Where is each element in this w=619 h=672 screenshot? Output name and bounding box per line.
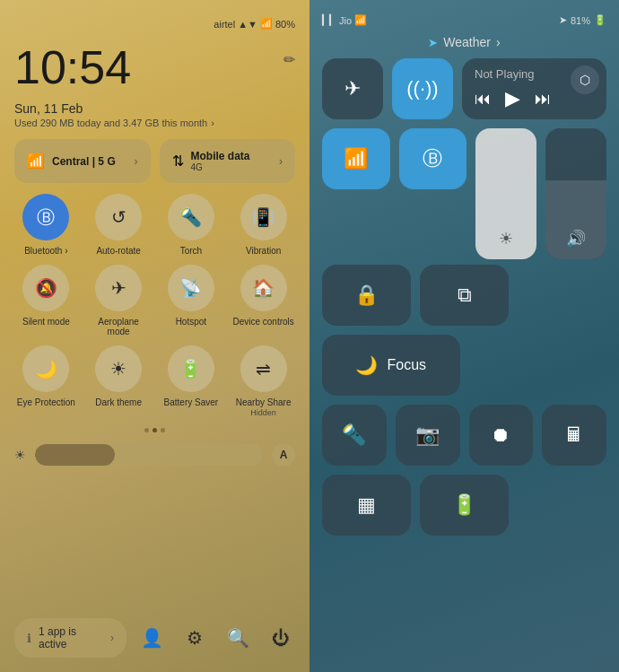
prev-btn[interactable]: ⏮ (475, 90, 491, 109)
bluetooth-toggle[interactable]: Ⓑ Bluetooth › (14, 194, 78, 256)
search-icon[interactable]: 🔍 (223, 624, 252, 652)
torch-label: Torch (180, 246, 202, 256)
account-icon[interactable]: 👤 (137, 624, 166, 652)
hotspot-toggle[interactable]: 📡 Hotspot (160, 265, 223, 336)
silent-icon: 🔕 (22, 265, 69, 311)
torch-toggle[interactable]: 🔦 Torch (160, 194, 223, 256)
weather-chevron: › (496, 35, 501, 49)
wifi-toggle[interactable]: 📶 Central | 5 G › (14, 139, 151, 183)
dark-theme-icon: ☀ (95, 345, 142, 392)
airplay-icon: ⬡ (580, 73, 590, 87)
dot-1 (144, 428, 149, 432)
record-icon: ⏺ (491, 423, 510, 447)
airplay-btn[interactable]: ⬡ (571, 65, 599, 94)
power-icon[interactable]: ⏻ (266, 624, 295, 652)
vibration-toggle[interactable]: 📳 Vibration (231, 194, 295, 256)
wifi-btn[interactable]: 📶 (322, 128, 390, 189)
battery-bar-icon: 🔋 (594, 14, 606, 26)
auto-rotate-icon: ↺ (95, 194, 142, 240)
left-panel: airtel ▲▼ 📶 80% 10:54 ✏ Sun, 11 Feb Used… (0, 0, 310, 672)
qr-row: ▦ 🔋 (322, 475, 606, 536)
volume-slider[interactable]: 🔊 (545, 128, 606, 259)
now-playing-card[interactable]: ⬡ Not Playing ⏮ ▶ ⏭ (462, 58, 606, 119)
status-bar-right: ▎▎ Jio 📶 ➤ 81% 🔋 (322, 14, 606, 26)
brightness-icon: ☀ (14, 448, 26, 462)
qr-scan-icon: ▦ (357, 493, 376, 517)
camera-btn[interactable]: 📷 (396, 405, 460, 466)
screen-mirror-icon: ⧉ (458, 284, 472, 307)
aeroplane-icon: ✈ (95, 265, 142, 311)
aeroplane-label: Aeroplane mode (87, 317, 151, 336)
info-icon: ℹ (27, 632, 31, 645)
airplane-mode-btn[interactable]: ✈ (322, 58, 383, 119)
record-btn[interactable]: ⏺ (469, 405, 534, 466)
mobile-chevron: › (279, 155, 283, 168)
aeroplane-toggle[interactable]: ✈ Aeroplane mode (87, 265, 151, 336)
active-apps-pill[interactable]: ℹ 1 app is active › (14, 618, 126, 658)
auto-brightness-badge[interactable]: A (272, 443, 295, 467)
settings-icon[interactable]: ⚙ (180, 624, 209, 652)
hotspot-label: Hotspot (176, 317, 206, 327)
cellular-icon: ((·)) (406, 77, 438, 100)
silent-label: Silent mode (22, 317, 70, 327)
util-row: 🔦 📷 ⏺ 🖩 (322, 405, 606, 466)
screen-rotation-btn[interactable]: 🔒 (322, 265, 411, 326)
battery-widget-btn[interactable]: 🔋 (420, 475, 509, 536)
hotspot-icon: 📡 (168, 265, 214, 311)
bluetooth-btn[interactable]: Ⓑ (399, 128, 467, 189)
bluetooth-icon: Ⓑ (22, 194, 69, 240)
brightness-row: ☀ A (14, 443, 295, 467)
focus-label: Focus (387, 357, 426, 373)
calculator-btn[interactable]: 🖩 (542, 405, 606, 466)
qr-scan-btn[interactable]: ▦ (322, 475, 411, 536)
dark-theme-toggle[interactable]: ☀ Dark theme (87, 345, 151, 417)
vibration-label: Vibration (246, 246, 281, 256)
left-carrier: airtel ▲▼ 📶 80% (214, 18, 295, 30)
play-btn[interactable]: ▶ (505, 87, 520, 110)
calculator-icon: 🖩 (564, 423, 584, 447)
wifi-icon: 📶 (260, 18, 273, 30)
right-signal: ▎▎ Jio 📶 (322, 14, 367, 26)
eye-protection-label: Eye Protection (17, 397, 75, 407)
date-display: Sun, 11 Feb Used 290 MB today and 3.47 G… (14, 101, 295, 128)
empty-cell (518, 265, 579, 326)
brightness-fill (35, 444, 115, 466)
weather-label: Weather (443, 35, 491, 49)
battery-left: 80% (275, 19, 295, 30)
silent-mode-toggle[interactable]: 🔕 Silent mode (14, 265, 78, 336)
right-signal-bars: ▎▎ (322, 14, 336, 26)
auto-rotate-toggle[interactable]: ↺ Auto-rotate (87, 194, 151, 256)
battery-saver-toggle[interactable]: 🔋 Battery Saver (160, 345, 223, 417)
flashlight-btn[interactable]: 🔦 (322, 405, 387, 466)
wifi-chevron: › (135, 155, 138, 168)
bluetooth-control-icon: Ⓑ (423, 145, 442, 172)
cellular-btn[interactable]: ((·)) (392, 58, 453, 119)
device-controls-toggle[interactable]: 🏠 Device controls (231, 265, 295, 336)
nearby-share-toggle[interactable]: ⇌ Nearby ShareHidden (231, 345, 295, 417)
status-bar-left: airtel ▲▼ 📶 80% (14, 18, 295, 30)
wifi-toggle-label: Central | 5 G (52, 155, 116, 168)
brightness-bar[interactable] (35, 444, 263, 466)
next-btn[interactable]: ⏭ (535, 90, 551, 109)
screen-mirror-btn[interactable]: ⧉ (420, 265, 509, 326)
right-battery-percent: 81% (571, 15, 590, 26)
edit-icon[interactable]: ✏ (283, 51, 295, 68)
battery-saver-label: Battery Saver (164, 397, 219, 407)
mobile-data-toggle[interactable]: ⇅ Mobile data 4G › (160, 139, 296, 183)
auto-rotate-label: Auto-rotate (96, 246, 140, 256)
mobile-data-sublabel: 4G (191, 162, 250, 172)
vibration-icon: 📳 (240, 194, 287, 240)
right-wifi-icon: 📶 (354, 14, 367, 26)
weather-bar[interactable]: ➤ Weather › (322, 35, 606, 49)
control-row-1: ✈ ((·)) ⬡ Not Playing ⏮ ▶ ⏭ (322, 58, 606, 119)
right-carrier: Jio (339, 15, 352, 26)
focus-btn[interactable]: 🌙 Focus (322, 335, 460, 396)
brightness-slider[interactable]: ☀ (475, 128, 536, 259)
eye-protection-toggle[interactable]: 🌙 Eye Protection (14, 345, 78, 417)
eye-protection-icon: 🌙 (22, 345, 69, 392)
icon-grid: Ⓑ Bluetooth › ↺ Auto-rotate 🔦 Torch 📳 Vi… (14, 194, 295, 417)
flashlight-icon: 🔦 (342, 423, 366, 447)
time-display: 10:54 (14, 44, 131, 91)
quick-toggles: 📶 Central | 5 G › ⇅ Mobile data 4G › (14, 139, 295, 183)
dot-2 (153, 428, 157, 432)
